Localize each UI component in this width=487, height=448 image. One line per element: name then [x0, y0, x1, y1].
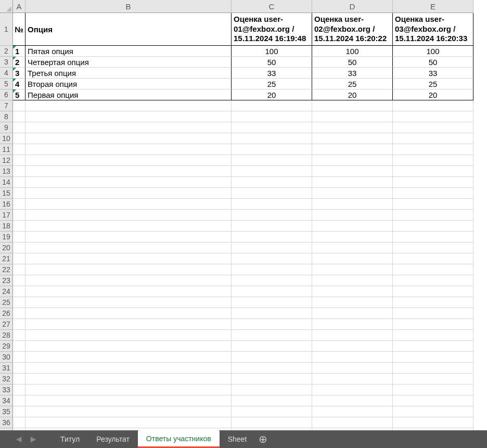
- cell[interactable]: [393, 188, 473, 199]
- tab-prev-icon[interactable]: ◄: [14, 434, 23, 445]
- cell[interactable]: 50: [312, 57, 393, 68]
- row-header[interactable]: 11: [0, 144, 13, 155]
- cell[interactable]: [13, 308, 25, 319]
- cell[interactable]: [13, 221, 25, 232]
- cell[interactable]: 20: [393, 89, 473, 100]
- cell[interactable]: [232, 352, 312, 363]
- cell[interactable]: [13, 242, 25, 253]
- cell[interactable]: [393, 363, 473, 374]
- row-header[interactable]: 18: [0, 221, 13, 232]
- cell[interactable]: [13, 417, 25, 428]
- cell[interactable]: [393, 122, 473, 133]
- row-header[interactable]: 24: [0, 286, 13, 297]
- cell[interactable]: [13, 352, 25, 363]
- cell[interactable]: [312, 100, 393, 111]
- row-header[interactable]: 32: [0, 374, 13, 385]
- row-header[interactable]: 2: [0, 46, 13, 57]
- row-header[interactable]: 7: [0, 100, 13, 111]
- cell[interactable]: [232, 155, 312, 166]
- cell[interactable]: [13, 385, 25, 395]
- row-header[interactable]: 16: [0, 199, 13, 210]
- cell[interactable]: [232, 221, 312, 232]
- row-header[interactable]: 28: [0, 330, 13, 341]
- cell[interactable]: [393, 177, 473, 188]
- cell[interactable]: [312, 308, 393, 319]
- cell[interactable]: [393, 286, 473, 297]
- cell[interactable]: [232, 242, 312, 253]
- cell[interactable]: [312, 199, 393, 210]
- row-header[interactable]: 25: [0, 297, 13, 308]
- cell[interactable]: [393, 133, 473, 144]
- cell[interactable]: 50: [393, 57, 473, 68]
- cell[interactable]: [312, 232, 393, 242]
- col-header-E[interactable]: E: [393, 0, 473, 13]
- cell[interactable]: Четвертая опция: [25, 57, 232, 68]
- cell[interactable]: [312, 155, 393, 166]
- cell[interactable]: [13, 111, 25, 122]
- row-header[interactable]: 4: [0, 68, 13, 79]
- sheet-tab[interactable]: Ответы участников: [138, 430, 220, 448]
- cell[interactable]: [312, 385, 393, 395]
- cell[interactable]: [232, 308, 312, 319]
- cell[interactable]: [393, 242, 473, 253]
- cell[interactable]: [13, 363, 25, 374]
- cell[interactable]: [13, 100, 25, 111]
- cell[interactable]: [312, 210, 393, 221]
- cell[interactable]: [13, 133, 25, 144]
- cell[interactable]: [312, 297, 393, 308]
- row-header[interactable]: 19: [0, 232, 13, 242]
- cell[interactable]: [25, 406, 232, 417]
- select-all-corner[interactable]: [0, 0, 13, 13]
- cell[interactable]: [312, 264, 393, 275]
- cell[interactable]: [312, 352, 393, 363]
- row-header[interactable]: 22: [0, 264, 13, 275]
- cell[interactable]: [13, 144, 25, 155]
- cell[interactable]: [393, 395, 473, 406]
- cell[interactable]: [312, 330, 393, 341]
- cell[interactable]: [312, 144, 393, 155]
- cell[interactable]: [25, 111, 232, 122]
- row-header[interactable]: 20: [0, 242, 13, 253]
- cell[interactable]: [13, 264, 25, 275]
- cell[interactable]: [232, 122, 312, 133]
- cell[interactable]: [232, 100, 312, 111]
- cell[interactable]: [393, 417, 473, 428]
- row-header[interactable]: 13: [0, 166, 13, 177]
- cell[interactable]: [232, 406, 312, 417]
- cell-C1[interactable]: Оценка user-01@fexbox.org / 15.11.2024 1…: [232, 13, 312, 46]
- cell[interactable]: [232, 111, 312, 122]
- cell[interactable]: 50: [232, 57, 312, 68]
- cell[interactable]: [25, 286, 232, 297]
- cell[interactable]: Первая опция: [25, 89, 232, 100]
- cell[interactable]: [232, 374, 312, 385]
- cell[interactable]: 20: [312, 89, 393, 100]
- cell[interactable]: [25, 363, 232, 374]
- cell[interactable]: Третья опция: [25, 68, 232, 79]
- cell[interactable]: [393, 221, 473, 232]
- add-sheet-button[interactable]: ⊕: [255, 433, 271, 445]
- cell[interactable]: [232, 395, 312, 406]
- row-header[interactable]: 29: [0, 341, 13, 352]
- cell[interactable]: [312, 395, 393, 406]
- cell[interactable]: [232, 264, 312, 275]
- cell[interactable]: [25, 144, 232, 155]
- cell[interactable]: [393, 297, 473, 308]
- cell[interactable]: [25, 188, 232, 199]
- cell[interactable]: [232, 286, 312, 297]
- cell[interactable]: 3: [13, 68, 25, 79]
- row-header[interactable]: 5: [0, 79, 13, 89]
- cell[interactable]: [25, 122, 232, 133]
- cell-E1[interactable]: Оценка user-03@fexbox.org / 15.11.2024 1…: [393, 13, 473, 46]
- cell[interactable]: [232, 363, 312, 374]
- row-header[interactable]: 1: [0, 13, 13, 46]
- cell[interactable]: [393, 264, 473, 275]
- cell[interactable]: 4: [13, 79, 25, 89]
- cell[interactable]: [13, 286, 25, 297]
- cell[interactable]: [393, 374, 473, 385]
- row-header[interactable]: 6: [0, 89, 13, 100]
- cell[interactable]: [312, 286, 393, 297]
- cell[interactable]: [13, 188, 25, 199]
- cell[interactable]: [393, 330, 473, 341]
- cell[interactable]: [25, 395, 232, 406]
- row-header[interactable]: 27: [0, 319, 13, 330]
